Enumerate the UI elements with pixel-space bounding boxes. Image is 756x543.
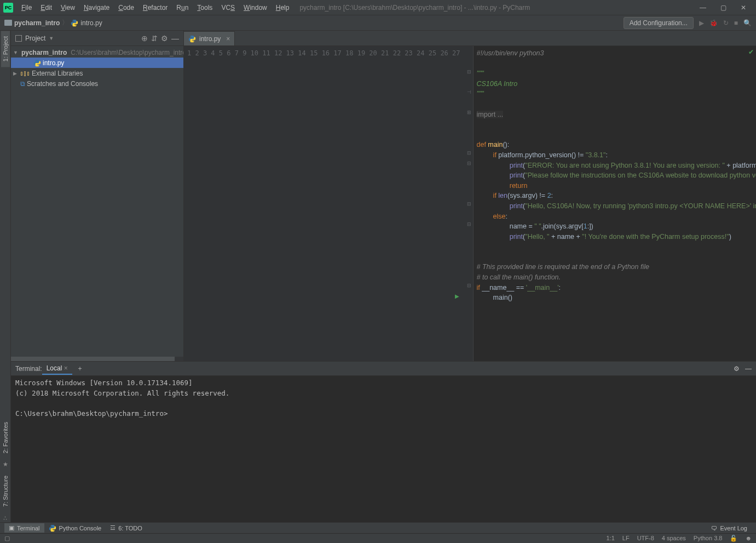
project-tree[interactable]: ▼ pycharm_intro C:\Users\brahm\Desktop\p… <box>11 46 183 357</box>
bottom-tool-strip: ▣Terminal Python Console ☲6: TODO 🗨Event… <box>0 522 756 533</box>
menu-navigate[interactable]: Navigate <box>80 2 113 13</box>
tab-project[interactable]: 1: Project <box>1 31 10 67</box>
menu-edit[interactable]: Edit <box>37 2 56 13</box>
status-interpreter[interactable]: Python 3.8 <box>694 535 723 542</box>
terminal-panel: Terminal: Local × ＋ ⚙ — Microsoft Window… <box>11 361 756 523</box>
fold-gutter[interactable]: ⊟ ⊣ ⊞ ⊟ ⊟ ⊟ ⊟ ⊟ ▶ <box>466 46 474 361</box>
editor-tabstrip: intro.py × <box>184 31 756 46</box>
inspection-ok-icon[interactable]: ✔ <box>748 48 754 56</box>
menu-refactor[interactable]: Refactor <box>139 2 171 13</box>
status-caret-pos[interactable]: 1:1 <box>606 535 614 542</box>
status-hector-icon[interactable]: ☻ <box>745 535 752 542</box>
menu-file[interactable]: File <box>18 2 36 13</box>
menu-help[interactable]: Help <box>272 2 293 13</box>
breadcrumb[interactable]: pycharm_intro 〉 intro.py <box>4 18 102 27</box>
close-terminal-tab-icon[interactable]: × <box>64 364 68 372</box>
locate-icon[interactable]: ⊕ <box>141 34 148 43</box>
coverage-icon[interactable]: ↻ <box>723 19 729 27</box>
stop-icon[interactable]: ■ <box>734 19 738 27</box>
tree-root[interactable]: ▼ pycharm_intro C:\Users\brahm\Desktop\p… <box>11 47 183 58</box>
line-number-gutter[interactable]: 1 2 3 4 5 6 7 9 10 11 12 13 14 15 16 17 … <box>184 46 466 361</box>
terminal-tab-local[interactable]: Local × <box>42 363 72 375</box>
tab-structure[interactable]: 7: Structure <box>1 470 10 512</box>
search-icon[interactable]: 🔍 <box>743 19 752 27</box>
new-terminal-button[interactable]: ＋ <box>72 362 88 375</box>
editor: intro.py × 1 2 3 4 5 6 7 9 10 11 12 13 1… <box>184 31 756 361</box>
tool-todo[interactable]: ☲6: TODO <box>106 523 147 533</box>
tree-file-intro[interactable]: intro.py <box>11 58 183 68</box>
structure-icon: ⛬ <box>2 512 8 523</box>
terminal-gear-icon[interactable]: ⚙ <box>734 365 740 373</box>
run-gutter-icon[interactable]: ▶ <box>455 293 459 299</box>
project-tool-window: Project ▼ ⊕ ⇵ ⚙ — ▼ pycharm_intro C:\Use… <box>11 31 184 361</box>
project-view-icon <box>15 35 22 42</box>
folder-icon <box>4 20 12 26</box>
close-icon[interactable]: ✕ <box>738 3 748 13</box>
statusbar: ▢ 1:1 LF UTF-8 4 spaces Python 3.8 🔓 ☻ <box>0 533 756 543</box>
status-indent[interactable]: 4 spaces <box>662 535 686 542</box>
tab-favorites[interactable]: 2: Favorites <box>1 416 10 459</box>
tree-scratches-label: Scratches and Consoles <box>27 80 98 88</box>
eventlog-icon: 🗨 <box>711 525 717 531</box>
left-tool-strip: 1: Project 2: Favorites ★ 7: Structure ⛬ <box>0 31 11 523</box>
project-scrollbar[interactable] <box>11 357 183 361</box>
python-icon <box>49 524 56 532</box>
code-area[interactable]: #!/usr/bin/env python3 """ CS106A Intro … <box>474 46 757 361</box>
status-readonly-icon[interactable]: 🔓 <box>730 535 737 542</box>
tool-terminal[interactable]: ▣Terminal <box>4 523 44 533</box>
terminal-label: Terminal: <box>15 365 42 373</box>
menubar: File Edit View Navigate Code Refactor Ru… <box>18 2 293 13</box>
tree-file-label: intro.py <box>43 59 64 67</box>
menu-view[interactable]: View <box>57 2 79 13</box>
maximize-icon[interactable]: ▢ <box>718 3 729 13</box>
breadcrumb-project[interactable]: pycharm_intro <box>14 19 60 27</box>
window-title: pycharm_intro [C:\Users\brahm\Desktop\py… <box>299 4 530 12</box>
tool-python-console[interactable]: Python Console <box>44 523 106 533</box>
tool-event-log[interactable]: 🗨Event Log <box>707 524 752 533</box>
titlebar: PC File Edit View Navigate Code Refactor… <box>0 0 756 15</box>
debug-icon[interactable]: 🐞 <box>709 19 718 27</box>
hide-icon[interactable]: — <box>171 34 179 43</box>
breadcrumb-file[interactable]: intro.py <box>80 19 102 27</box>
status-encoding[interactable]: UTF-8 <box>637 535 654 542</box>
close-tab-icon[interactable]: × <box>226 35 230 43</box>
editor-tab-intro[interactable]: intro.py × <box>184 31 235 45</box>
tree-root-name: pycharm_intro <box>21 49 67 56</box>
gear-icon[interactable]: ⚙ <box>161 34 168 43</box>
scratch-icon: ⧉ <box>20 80 25 88</box>
terminal-body[interactable]: Microsoft Windows [Version 10.0.17134.10… <box>11 376 756 523</box>
tree-extlib-label: External Libraries <box>32 70 83 77</box>
library-icon: ⫾⫿⫾ <box>20 70 30 77</box>
dropdown-icon[interactable]: ▼ <box>49 36 54 41</box>
run-icon[interactable]: ▶ <box>699 19 704 27</box>
status-line-ending[interactable]: LF <box>622 535 630 542</box>
menu-code[interactable]: Code <box>114 2 138 13</box>
minimize-icon[interactable]: — <box>697 3 708 13</box>
python-file-icon <box>71 19 78 27</box>
menu-vcs[interactable]: VCS <box>217 2 239 13</box>
menu-tools[interactable]: Tools <box>193 2 216 13</box>
status-window-icon[interactable]: ▢ <box>4 535 10 542</box>
menu-window[interactable]: Window <box>240 2 271 13</box>
expand-icon[interactable]: ⇵ <box>151 34 158 43</box>
tree-scratches[interactable]: ⧉ Scratches and Consoles <box>11 78 183 89</box>
add-configuration-button[interactable]: Add Configuration... <box>624 17 694 29</box>
tree-external-libraries[interactable]: ▶ ⫾⫿⫾ External Libraries <box>11 68 183 78</box>
python-file-icon <box>33 59 41 67</box>
navbar: pycharm_intro 〉 intro.py Add Configurati… <box>0 15 756 31</box>
todo-icon: ☲ <box>110 524 116 531</box>
terminal-hide-icon[interactable]: — <box>745 365 752 373</box>
pycharm-logo: PC <box>3 3 13 13</box>
menu-run[interactable]: Run <box>172 2 192 13</box>
terminal-icon: ▣ <box>9 524 14 531</box>
tree-root-path: C:\Users\brahm\Desktop\pycharm_intro <box>71 49 183 56</box>
star-icon: ★ <box>3 459 8 470</box>
python-file-icon <box>188 35 196 43</box>
project-pane-title[interactable]: Project <box>25 35 45 42</box>
editor-tab-label: intro.py <box>199 35 221 43</box>
